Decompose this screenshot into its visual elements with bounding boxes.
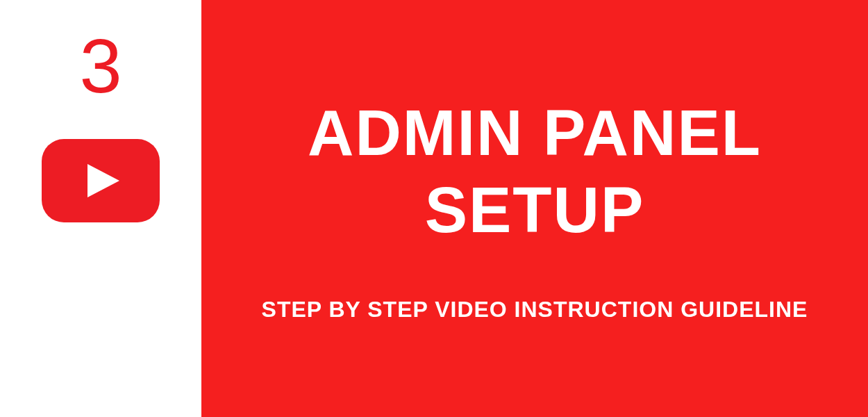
youtube-play-icon[interactable] [42, 139, 160, 222]
banner-container: 3 ADMIN PANEL SETUP STEP BY STEP VIDEO I… [0, 0, 868, 417]
left-panel: 3 [0, 0, 201, 417]
step-number: 3 [79, 28, 122, 104]
subtitle: STEP BY STEP VIDEO INSTRUCTION GUIDELINE [262, 297, 808, 322]
main-title: ADMIN PANEL SETUP [308, 95, 762, 248]
right-panel: ADMIN PANEL SETUP STEP BY STEP VIDEO INS… [201, 0, 868, 417]
